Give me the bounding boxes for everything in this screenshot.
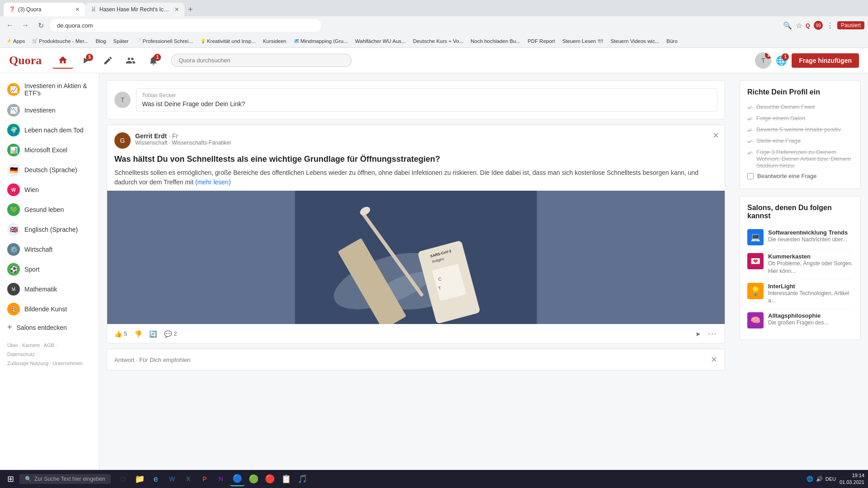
sidebar-item-gesund[interactable]: 💚 Gesund leben (0, 200, 99, 220)
task-label-referenzen: Füge 3 Referenzen zu Deinem Wohnort, Dei… (756, 149, 853, 169)
upvote-button[interactable]: 👍 5 (114, 330, 127, 338)
sidebar-discover-salons[interactable]: + Salons entdecken (0, 319, 99, 336)
bookmark-produktsuche[interactable]: 🛒 Produktsuche - Mer... (29, 38, 91, 45)
taskbar-powerpoint[interactable]: P (198, 472, 212, 486)
bookmark-spaeter[interactable]: Später (111, 38, 132, 45)
tab-hasen[interactable]: 🐰 Hasen Hase Mir Recht's Ich Gel... ✕ (85, 3, 184, 16)
taskbar-search[interactable]: 🔍 Zur Suche Text hier eingeben (19, 474, 111, 484)
sidebar-item-sport[interactable]: ⚽ Sport (0, 259, 99, 279)
forward-button[interactable]: ➤ (695, 330, 701, 338)
task-check-salon: ✓ (747, 115, 753, 122)
bookmark-steuern-lesen[interactable]: Steuern Lesen !!!! (560, 38, 606, 45)
more-button[interactable]: ··· (708, 329, 717, 338)
read-more-link[interactable]: (mehr lesen) (195, 178, 231, 186)
tab-quora[interactable]: ❓ (3) Quora ✕ (4, 3, 85, 16)
bookmark-buero[interactable]: Büro (664, 38, 680, 45)
nav-notifications[interactable]: 1 (143, 53, 164, 68)
hasen-tab-close[interactable]: ✕ (175, 6, 179, 13)
sidebar-item-leben-tod[interactable]: 🌍 Leben nach dem Tod (0, 120, 99, 140)
footer-agb[interactable]: AGB (44, 343, 54, 348)
share-button[interactable]: 🔄 (149, 330, 157, 338)
quora-tab-close[interactable]: ✕ (75, 6, 80, 13)
comment-button[interactable]: 💬 2 (164, 330, 177, 338)
quora-extension[interactable]: Q (806, 22, 810, 29)
globe-button[interactable]: 🌐 1 (776, 55, 787, 66)
taskbar-taskview[interactable]: ⧉ (116, 472, 131, 486)
downvote-icon: 👎 (134, 330, 142, 338)
sidebar-item-deutsch[interactable]: 🇩🇪 Deutsch (Sprache) (0, 160, 99, 180)
bookmark-star[interactable]: ☆ (796, 21, 802, 30)
taskbar-sticky[interactable]: 📋 (279, 472, 293, 486)
bookmark-steuern-videos[interactable]: Steuern Videos wic... (608, 38, 662, 45)
ask-avatar: T (114, 92, 131, 108)
sidebar-item-investieren-etf[interactable]: 📈 Investieren in Aktien & ETF's (0, 79, 99, 100)
bookmark-wahlfaecher[interactable]: Wahlfächer WU Aus... (352, 38, 408, 45)
recommended-close[interactable]: ✕ (711, 355, 717, 365)
sidebar-item-englisch[interactable]: 🇬🇧 Englisch (Sprache) (0, 220, 99, 239)
forward-button[interactable]: → (19, 19, 32, 32)
ask-input[interactable]: Tobias Becker Was ist Deine Frage oder D… (136, 88, 717, 112)
sidebar-item-wirtschaft[interactable]: ⚙️ Wirtschaft (0, 239, 99, 259)
quora-logo[interactable]: Quora (9, 54, 42, 67)
salon-interlight[interactable]: 💡 InterLight Interessante Technologien, … (747, 279, 853, 309)
taskbar-word[interactable]: W (165, 472, 179, 486)
bookmark-kursideen[interactable]: Kursideen (260, 38, 289, 45)
task-referenzen: ✓ Füge 3 Referenzen zu Deinem Wohnort, D… (747, 147, 853, 171)
extension-btn3[interactable]: ⋮ (826, 21, 834, 30)
new-tab-button[interactable]: + (184, 4, 197, 15)
add-question-button[interactable]: Frage hinzufügen (792, 53, 859, 68)
zoom-button[interactable]: 🔍 (783, 21, 792, 30)
taskbar-edge[interactable]: e (149, 472, 163, 486)
search-input[interactable] (171, 54, 352, 67)
taskbar-spotify[interactable]: 🎵 (295, 472, 310, 486)
post-close-button[interactable]: ✕ (712, 131, 719, 141)
footer-nutzung[interactable]: Zulässige Nutzung (7, 361, 48, 366)
back-button[interactable]: ← (4, 19, 16, 32)
address-input[interactable] (50, 19, 321, 32)
nav-answers[interactable]: 5 (75, 53, 96, 68)
taskbar-firefox[interactable]: 🔴 (263, 472, 277, 486)
profile-btn[interactable]: Pausiert (837, 21, 864, 29)
footer-ueber[interactable]: Über (7, 343, 18, 348)
user-avatar[interactable]: T 2 (755, 52, 771, 69)
bookmark-professionell[interactable]: 📄 Professionell Schrei... (133, 38, 195, 45)
post-title[interactable]: Was hältst Du von Schnelltests als eine … (107, 152, 725, 168)
extension-btn2[interactable]: 99 (814, 21, 823, 30)
footer-karriere[interactable]: Karriere (22, 343, 40, 348)
downvote-button[interactable]: 👎 (134, 330, 142, 338)
network-icon: 🌐 (807, 476, 813, 482)
salons-title: Salons, denen Du folgen kannst (747, 204, 853, 220)
bookmark-apps[interactable]: ⚡ Apps (4, 38, 28, 45)
task-beantworte[interactable]: Beantworte eine Frage (747, 171, 853, 181)
footer-datenschutz[interactable]: Datenschutz (7, 352, 35, 357)
bookmark-blog[interactable]: Blog (93, 38, 109, 45)
refresh-button[interactable]: ↻ (34, 19, 47, 32)
salon-kummerkasten-name: Kummerkasten (768, 253, 853, 260)
taskbar-excel[interactable]: X (181, 472, 196, 486)
nav-groups[interactable] (120, 53, 141, 68)
taskbar-onenote[interactable]: N (214, 472, 228, 486)
sidebar-item-mathematik[interactable]: M Mathematik (0, 279, 99, 299)
taskbar-chrome[interactable]: 🔵 (230, 472, 245, 486)
footer-unternehmen[interactable]: Unternehmen (52, 361, 83, 366)
nav-home[interactable] (52, 52, 73, 69)
taskbar-edge2[interactable]: 🟢 (246, 472, 261, 486)
salon-kummerkasten[interactable]: 💌 Kummerkasten Ob Probleme, Ängste oder … (747, 249, 853, 279)
bookmark-deutsche-kurs[interactable]: Deutsche Kurs + Vo... (410, 38, 466, 45)
nav-write[interactable] (98, 53, 118, 68)
salon-kummerkasten-desc: Ob Probleme, Ängste oder Sorgen. Hier kö… (768, 260, 853, 275)
bookmark-hochladen[interactable]: Noch hochladen Bu... (468, 38, 523, 45)
post-author-name[interactable]: Gerrit Erdt · Fr (135, 132, 717, 140)
bookmark-kreativitaet[interactable]: 💡 Kreativität und Insp... (198, 38, 259, 45)
sidebar-item-investieren[interactable]: 📉 Investieren (0, 100, 99, 120)
bookmark-mindmapping[interactable]: 🗺️ Mindmapping (Gru... (291, 38, 351, 45)
bookmark-pdf[interactable]: PDF Report (525, 38, 558, 45)
share-icon: 🔄 (149, 330, 157, 338)
sidebar-item-kunst[interactable]: 🎨 Bildende Kunst (0, 299, 99, 319)
salon-alltagsphilosophie[interactable]: 🧠 Alltagsphilosophie Die großen Fragen d… (747, 309, 853, 332)
taskbar-explorer[interactable]: 📁 (132, 472, 147, 486)
sidebar-item-excel[interactable]: 📊 Microsoft Excel (0, 140, 99, 160)
sidebar-item-wien[interactable]: W Wien (0, 180, 99, 200)
windows-start-button[interactable]: ⊞ (4, 472, 18, 486)
salon-software[interactable]: 💻 Softwareentwicklung Trends Die neueste… (747, 225, 853, 249)
